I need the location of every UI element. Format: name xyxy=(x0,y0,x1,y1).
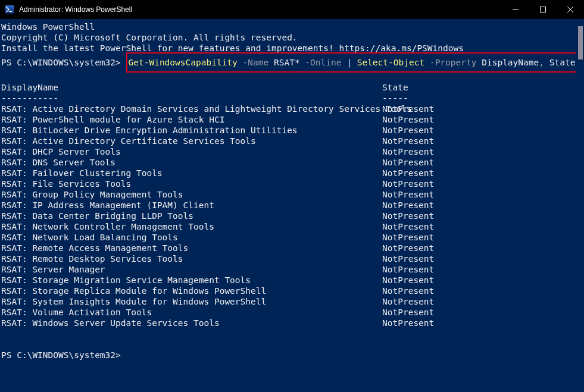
table-row: RSAT: Storage Replica Module for Windows… xyxy=(1,286,574,296)
space xyxy=(341,58,346,67)
cell-state: NotPresent xyxy=(382,318,434,328)
cell-displayname: RSAT: Network Load Balancing Tools xyxy=(1,232,382,243)
command-highlight-box: Get-WindowsCapability -Name RSAT* -Onlin… xyxy=(126,52,576,73)
space xyxy=(268,58,274,67)
table-row: RSAT: IP Address Management (IPAM) Clien… xyxy=(1,200,574,211)
table-row: RSAT: Remote Access Management ToolsNotP… xyxy=(1,243,574,253)
intro-line: Copyright (C) Microsoft Corporation. All… xyxy=(1,32,574,43)
cell-state: NotPresent xyxy=(382,125,434,136)
param-online: -Online xyxy=(305,58,341,67)
table-row: RSAT: Data Center Bridging LLDP ToolsNot… xyxy=(1,211,574,221)
arg-rsat: RSAT* xyxy=(274,58,300,67)
table-row: RSAT: Active Directory Certificate Servi… xyxy=(1,136,574,146)
close-button[interactable] xyxy=(557,0,584,19)
cell-displayname: RSAT: Volume Activation Tools xyxy=(1,307,382,318)
cmd-select-object: Select-Object xyxy=(357,58,425,67)
scrollbar-track[interactable] xyxy=(576,19,584,392)
space xyxy=(424,58,430,67)
table-row: RSAT: Volume Activation ToolsNotPresent xyxy=(1,307,574,318)
cell-state: NotPresent xyxy=(382,136,434,146)
cell-displayname: RSAT: Group Policy Management Tools xyxy=(1,189,382,200)
maximize-button[interactable] xyxy=(529,0,557,19)
cell-state: NotPresent xyxy=(382,104,434,114)
cell-state: NotPresent xyxy=(382,296,434,307)
space xyxy=(476,58,482,67)
prompt-prefix: PS C:\WINDOWS\system32> xyxy=(1,350,121,360)
cell-displayname: RSAT: Server Manager xyxy=(1,264,382,275)
cell-state: NotPresent xyxy=(382,200,434,211)
blank-line xyxy=(1,328,574,339)
table-row: RSAT: DHCP Server ToolsNotPresent xyxy=(1,146,574,157)
cell-displayname: RSAT: BitLocker Drive Encryption Adminis… xyxy=(1,125,382,136)
cell-state: NotPresent xyxy=(382,146,434,157)
cell-displayname: RSAT: Storage Migration Service Manageme… xyxy=(1,275,382,286)
prompt-prefix: PS C:\WINDOWS\system32> xyxy=(1,58,126,67)
header-displayname: DisplayName xyxy=(1,82,382,93)
titlebar[interactable]: Administrator: Windows PowerShell xyxy=(0,0,584,19)
cell-displayname: RSAT: Active Directory Certificate Servi… xyxy=(1,136,382,146)
cell-state: NotPresent xyxy=(382,114,434,125)
space xyxy=(238,58,243,67)
table-row: RSAT: PowerShell module for Azure Stack … xyxy=(1,114,574,125)
cell-state: NotPresent xyxy=(382,264,434,275)
table-row: RSAT: Remote Desktop Services ToolsNotPr… xyxy=(1,253,574,264)
svg-rect-4 xyxy=(541,7,546,12)
cell-displayname: RSAT: IP Address Management (IPAM) Clien… xyxy=(1,200,382,211)
terminal-area: Windows PowerShellCopyright (C) Microsof… xyxy=(0,19,584,392)
scrollbar-thumb[interactable] xyxy=(578,26,583,59)
dash-left: ----------- xyxy=(1,93,382,104)
blank-line xyxy=(1,339,574,350)
cell-state: NotPresent xyxy=(382,221,434,232)
cell-state: NotPresent xyxy=(382,253,434,264)
powershell-window: Administrator: Windows PowerShell Window… xyxy=(0,0,584,392)
cell-displayname: RSAT: Remote Desktop Services Tools xyxy=(1,253,382,264)
table-row: RSAT: BitLocker Drive Encryption Adminis… xyxy=(1,125,574,136)
cell-state: NotPresent xyxy=(382,168,434,178)
prompt-line-2: PS C:\WINDOWS\system32> xyxy=(1,350,574,360)
table-row: RSAT: Windows Server Update Services Too… xyxy=(1,318,574,328)
minimize-button[interactable] xyxy=(502,0,529,19)
table-header-underline: ---------------- xyxy=(1,93,574,104)
table-row: RSAT: Group Policy Management ToolsNotPr… xyxy=(1,189,574,200)
cmd-get-windowscapability: Get-WindowsCapability xyxy=(129,58,238,67)
space xyxy=(352,58,357,67)
table-row: RSAT: File Services ToolsNotPresent xyxy=(1,178,574,189)
cell-displayname: RSAT: File Services Tools xyxy=(1,178,382,189)
table-row: RSAT: Server ManagerNotPresent xyxy=(1,264,574,275)
cell-displayname: RSAT: Remote Access Management Tools xyxy=(1,243,382,253)
dash-right: ----- xyxy=(382,93,408,104)
table-row: RSAT: System Insights Module for Windows… xyxy=(1,296,574,307)
cell-displayname: RSAT: PowerShell module for Azure Stack … xyxy=(1,114,382,125)
cell-state: NotPresent xyxy=(382,286,434,296)
cell-state: NotPresent xyxy=(382,211,434,221)
table-row: RSAT: Network Controller Management Tool… xyxy=(1,221,574,232)
intro-line: Windows PowerShell xyxy=(1,21,574,32)
cell-displayname: RSAT: Network Controller Management Tool… xyxy=(1,221,382,232)
cell-displayname: RSAT: DNS Server Tools xyxy=(1,157,382,168)
cell-displayname: RSAT: Windows Server Update Services Too… xyxy=(1,318,382,328)
blank-line xyxy=(1,71,574,82)
cell-state: NotPresent xyxy=(382,275,434,286)
pipe: | xyxy=(346,58,352,67)
space xyxy=(544,58,549,67)
cell-displayname: RSAT: Failover Clustering Tools xyxy=(1,168,382,178)
table-row: RSAT: Active Directory Domain Services a… xyxy=(1,104,574,114)
svg-rect-1 xyxy=(5,5,14,14)
table-row: RSAT: Failover Clustering ToolsNotPresen… xyxy=(1,168,574,178)
cell-state: NotPresent xyxy=(382,157,434,168)
table-row: RSAT: Network Load Balancing ToolsNotPre… xyxy=(1,232,574,243)
cell-state: NotPresent xyxy=(382,243,434,253)
prompt-line-1: PS C:\WINDOWS\system32> Get-WindowsCapab… xyxy=(1,54,574,71)
cell-state: NotPresent xyxy=(382,178,434,189)
window-title: Administrator: Windows PowerShell xyxy=(19,5,132,14)
cell-displayname: RSAT: Data Center Bridging LLDP Tools xyxy=(1,211,382,221)
arg-displayname: DisplayName xyxy=(482,58,539,67)
cell-state: NotPresent xyxy=(382,307,434,318)
cell-displayname: RSAT: DHCP Server Tools xyxy=(1,146,382,157)
cell-displayname: RSAT: Active Directory Domain Services a… xyxy=(1,104,382,114)
table-row: RSAT: Storage Migration Service Manageme… xyxy=(1,275,574,286)
table-row: RSAT: DNS Server ToolsNotPresent xyxy=(1,157,574,168)
param-property: -Property xyxy=(430,58,477,67)
terminal-output[interactable]: Windows PowerShellCopyright (C) Microsof… xyxy=(0,19,576,392)
table-header-row: DisplayNameState xyxy=(1,82,574,93)
